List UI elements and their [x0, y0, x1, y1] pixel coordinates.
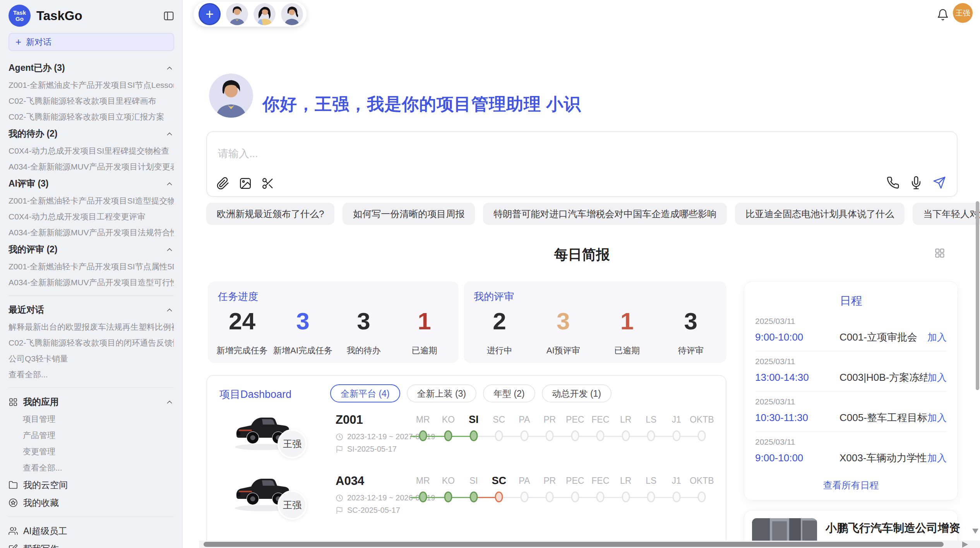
milestone-node-OKTB[interactable]	[698, 430, 706, 441]
sidebar-item-star[interactable]: 我的收藏	[9, 494, 174, 512]
my-apps-header[interactable]: 我的应用	[9, 393, 174, 411]
sidebar-task-item[interactable]: Z001-全新燃油轻卡产品开发项目SI节点属性5D文件评审	[9, 259, 174, 274]
dashboard-tab[interactable]: 全新平台 (4)	[330, 384, 400, 402]
sidebar-section-header[interactable]: 我的评审 (2)	[9, 240, 174, 259]
chevron-up-icon	[165, 64, 174, 72]
join-button[interactable]: 加入	[927, 331, 947, 344]
project-name[interactable]: A034	[336, 474, 364, 488]
phone-icon[interactable]	[886, 176, 899, 189]
scroll-down-arrow[interactable]	[972, 529, 978, 534]
dashboard-tab[interactable]: 全新上装 (3)	[407, 384, 477, 402]
milestone-node-PA[interactable]	[520, 491, 528, 502]
sidebar-task-item[interactable]: A034-全新新能源MUV产品开发项目计划变更表编写	[9, 159, 174, 175]
app-menu-item[interactable]: 产品管理	[9, 427, 174, 444]
attachment-icon[interactable]	[216, 177, 230, 190]
milestone-node-FEC[interactable]	[596, 430, 605, 441]
sidebar-task-item[interactable]: A034-全新新能源MUV产品开发项目造型可行性评审	[9, 274, 174, 290]
suggestion-chip[interactable]: 当下年轻人对汽车外观有怎样的喜好趋势	[913, 203, 980, 225]
milestone-node-PR[interactable]	[546, 430, 554, 441]
stat-待评审[interactable]: 3待评审	[659, 309, 723, 356]
agent-avatar-2[interactable]	[254, 3, 276, 25]
sidebar-item-folder[interactable]: 我的云空间	[9, 476, 174, 494]
user-avatar[interactable]: 王强	[953, 3, 973, 23]
layout-grid-icon[interactable]	[934, 248, 945, 259]
stat-我的待办[interactable]: 3我的待办	[333, 309, 394, 356]
image-icon[interactable]	[239, 177, 252, 190]
sidebar-task-item[interactable]: Z001-全新燃油皮卡产品开发项目SI节点Lesson Learn报告	[9, 77, 174, 93]
milestone-node-LR[interactable]	[622, 430, 630, 441]
milestone-node-OKTB[interactable]	[698, 491, 706, 502]
dashboard-tab[interactable]: 动总开发 (1)	[542, 384, 612, 402]
recent-chat-item[interactable]: 公司Q3轻卡销量	[9, 351, 174, 366]
stat-已逾期[interactable]: 1已逾期	[595, 309, 659, 356]
milestone-node-PA[interactable]	[520, 430, 528, 441]
milestone-node-SI[interactable]	[469, 491, 478, 502]
owner-avatar[interactable]: 王强	[278, 490, 307, 520]
new-chat-button[interactable]: + 新对话	[9, 33, 174, 51]
dashboard-tab[interactable]: 年型 (2)	[483, 384, 535, 402]
agent-avatar-1[interactable]	[226, 3, 248, 25]
suggestion-chip[interactable]: 欧洲新规最近颁布了什么?	[206, 203, 334, 225]
scroll-right-arrow[interactable]	[962, 541, 968, 548]
sidebar-task-item[interactable]: C02-飞腾新能源轻客改款项目立项汇报方案	[9, 109, 174, 125]
app-menu-item[interactable]: 项目管理	[9, 411, 174, 427]
recent-chat-item[interactable]: 查看全部...	[9, 366, 174, 382]
milestone-node-J1[interactable]	[672, 430, 680, 441]
owner-avatar[interactable]: 王强	[278, 429, 307, 459]
stat-进行中[interactable]: 2进行中	[468, 309, 531, 356]
view-all-schedule-link[interactable]: 查看所有日程	[744, 479, 958, 491]
milestone-node-LS[interactable]	[647, 491, 655, 502]
suggestion-chip[interactable]: 如何写一份清晰的项目周报	[343, 203, 475, 225]
milestone-node-PR[interactable]	[546, 491, 554, 502]
sidebar-task-item[interactable]: C0X4-动力总成开发项目SI里程碑提交物检查	[9, 143, 174, 159]
milestone-node-MR[interactable]	[419, 430, 427, 441]
milestone-node-KO[interactable]	[444, 491, 452, 502]
app-menu-item[interactable]: 变更管理	[9, 444, 174, 460]
sidebar-section-header[interactable]: Agent已办 (3)	[9, 59, 174, 77]
milestone-node-PEC[interactable]	[571, 491, 579, 502]
join-button[interactable]: 加入	[927, 371, 947, 384]
stat-新增AI完成任务[interactable]: 3新增AI完成任务	[272, 309, 333, 356]
suggestion-chip[interactable]: 比亚迪全固态电池计划具体说了什么	[735, 203, 905, 225]
stat-AI预评审[interactable]: 3AI预评审	[531, 309, 595, 356]
sidebar-task-item[interactable]: A034-全新新能源MUV产品开发项目法规符合性评审	[9, 224, 174, 240]
milestone-node-MR[interactable]	[419, 491, 427, 502]
chat-input[interactable]	[217, 147, 761, 160]
project-name[interactable]: Z001	[336, 413, 363, 427]
suggestion-chip[interactable]: 特朗普可能对进口汽车增税会对中国车企造成哪些影响	[483, 203, 727, 225]
milestone-node-SI[interactable]	[469, 430, 478, 441]
send-icon[interactable]	[933, 176, 946, 189]
collapse-sidebar-icon[interactable]	[163, 10, 175, 22]
sidebar-item-people[interactable]: AI超级员工	[9, 522, 174, 540]
milestone-node-SC[interactable]	[495, 491, 503, 502]
sidebar-task-item[interactable]: C02-飞腾新能源轻客改款项目里程碑画布	[9, 93, 174, 109]
recent-chat-item[interactable]: 解释最新出台的欧盟报废车法规再生塑料比例被调至15%...	[9, 319, 174, 335]
recent-chat-item[interactable]: C02-飞腾新能源轻客改款项目的闭环通告反馈情况	[9, 335, 174, 351]
vertical-scrollbar-thumb[interactable]	[976, 201, 979, 390]
agent-avatar-3[interactable]	[281, 3, 303, 25]
section-title: 我的评审 (2)	[9, 243, 58, 255]
mic-icon[interactable]	[910, 176, 923, 189]
stat-新增完成任务[interactable]: 24新增完成任务	[212, 309, 272, 356]
stat-已逾期[interactable]: 1已逾期	[394, 309, 455, 356]
milestone-node-SC[interactable]	[495, 430, 503, 441]
app-menu-item[interactable]: 查看全部...	[9, 460, 174, 476]
milestone-node-PEC[interactable]	[571, 430, 579, 441]
sidebar-section-header[interactable]: AI评审 (3)	[9, 175, 174, 193]
sidebar-task-item[interactable]: C0X4-动力总成开发项目工程变更评审	[9, 209, 174, 224]
notification-bell-icon[interactable]	[937, 9, 949, 21]
horizontal-scrollbar-thumb[interactable]	[204, 542, 944, 547]
sidebar-section-header[interactable]: 我的待办 (2)	[9, 125, 174, 143]
sidebar-task-item[interactable]: Z001-全新燃油轻卡产品开发项目SI造型提交物评审	[9, 193, 174, 209]
milestone-node-KO[interactable]	[444, 430, 452, 441]
milestone-node-J1[interactable]	[672, 491, 680, 502]
join-button[interactable]: 加入	[927, 452, 947, 464]
sidebar-item-write[interactable]: 帮我写作	[9, 540, 174, 548]
milestone-node-LS[interactable]	[647, 430, 655, 441]
scissors-icon[interactable]	[261, 177, 274, 190]
milestone-node-LR[interactable]	[622, 491, 630, 502]
add-agent-button[interactable]: +	[199, 3, 221, 25]
recent-chats-header[interactable]: 最近对话	[9, 301, 174, 319]
milestone-node-FEC[interactable]	[596, 491, 605, 502]
join-button[interactable]: 加入	[927, 411, 947, 424]
